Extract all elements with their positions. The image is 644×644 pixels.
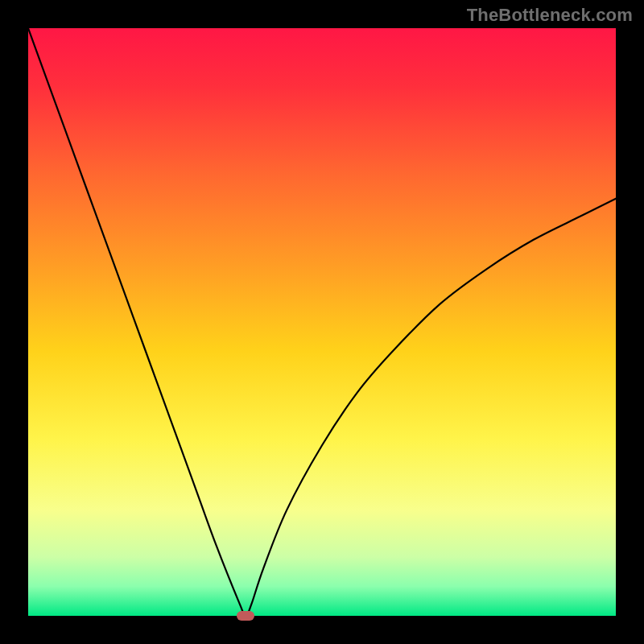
chart-area — [28, 28, 616, 616]
outer-frame: TheBottleneck.com — [0, 0, 644, 644]
watermark-text: TheBottleneck.com — [467, 5, 633, 26]
bottleneck-curve — [28, 28, 616, 616]
minimum-marker — [237, 611, 254, 621]
